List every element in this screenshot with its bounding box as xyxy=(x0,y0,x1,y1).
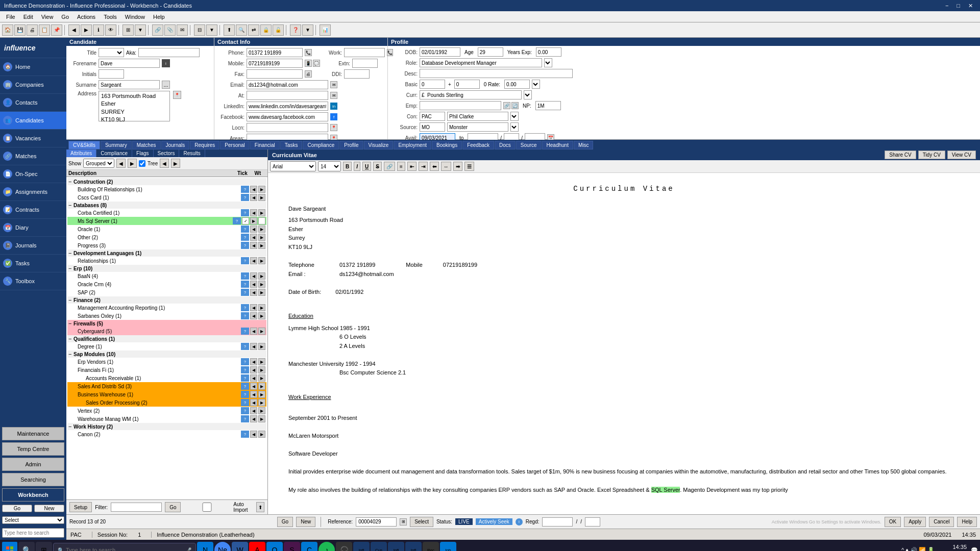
task-custom-icon[interactable]: Cus xyxy=(371,542,387,551)
expand-work-hist[interactable]: − xyxy=(68,423,74,430)
arr-right-16[interactable]: ▶ xyxy=(258,358,265,365)
bullet-btn[interactable]: ≡ xyxy=(397,162,405,171)
task-adobe-icon[interactable]: A xyxy=(249,542,265,551)
tree-next-btn[interactable]: ▶ xyxy=(171,159,180,168)
arr-right-15[interactable]: ▶ xyxy=(258,343,265,350)
curr-input[interactable] xyxy=(420,90,522,99)
font-select[interactable]: Arial xyxy=(270,161,316,171)
tb-attach-icon[interactable]: 📎 xyxy=(164,24,176,36)
link-btn[interactable]: 🔗 xyxy=(384,162,395,171)
work-input[interactable] xyxy=(344,48,385,57)
import-icon[interactable]: ⬆ xyxy=(256,502,264,512)
arr-right-24[interactable]: ▶ xyxy=(258,431,265,438)
rate-input[interactable] xyxy=(504,80,530,89)
menu-help[interactable]: Help xyxy=(149,13,169,21)
q-btn-12[interactable]: ? xyxy=(241,304,249,311)
map-icon[interactable]: 📍 xyxy=(173,91,181,99)
task-word-icon[interactable]: W xyxy=(232,542,248,551)
basic-input[interactable] xyxy=(420,80,445,89)
sidebar-item-vacancies[interactable]: 📋 Vacancies xyxy=(0,130,66,147)
tidy-cv-btn[interactable]: Tidy CV xyxy=(918,151,945,159)
align-left-btn[interactable]: ⬅ xyxy=(430,162,439,171)
share-cv-btn[interactable]: Share CV xyxy=(885,151,916,159)
q-btn-3[interactable]: ? xyxy=(241,209,249,216)
tb-link-icon[interactable]: 🔗 xyxy=(152,24,163,36)
task-task-view-icon[interactable]: ⊞ xyxy=(36,542,52,551)
aka-input[interactable] xyxy=(138,48,200,57)
arr-right-13[interactable]: ▶ xyxy=(258,312,265,319)
extn-input[interactable] xyxy=(352,59,378,68)
arr-left-22[interactable]: ◀ xyxy=(250,407,257,414)
tree-prev-btn[interactable]: ◀ xyxy=(160,159,169,168)
q-btn-20[interactable]: ? xyxy=(241,391,249,398)
tb-drop2-icon[interactable]: ▼ xyxy=(302,24,313,36)
sidebar-item-tasks[interactable]: ✅ Tasks xyxy=(0,255,66,272)
ref-input[interactable] xyxy=(356,517,397,527)
q-btn-18[interactable]: ? xyxy=(241,374,249,382)
attr-tab-compliance[interactable]: Compliance xyxy=(96,149,132,157)
con-name-input[interactable] xyxy=(447,112,508,121)
arr-left-24[interactable]: ◀ xyxy=(250,431,257,438)
menu-actions[interactable]: Actions xyxy=(73,13,100,21)
arr-left-21[interactable]: ◀ xyxy=(250,399,257,406)
facebook-input[interactable] xyxy=(247,112,328,121)
outdent-btn[interactable]: ⇤ xyxy=(407,162,416,171)
phone-icon[interactable]: 📞 xyxy=(305,49,312,56)
expand-construction[interactable]: − xyxy=(68,179,74,185)
mobile-icon[interactable]: 📱 xyxy=(305,60,312,67)
q-btn-17[interactable]: ? xyxy=(241,366,249,373)
searching-btn[interactable]: Searching xyxy=(2,473,64,486)
role-select[interactable] xyxy=(544,58,552,67)
regd-input[interactable] xyxy=(542,517,573,527)
tab-requires[interactable]: Requires xyxy=(190,141,219,149)
q-btn-24[interactable]: ? xyxy=(241,431,249,438)
sidebar-search-input[interactable] xyxy=(2,528,64,538)
address-box[interactable]: 163 Portsmouth Road Esher SURREY KT10 9L… xyxy=(99,91,170,121)
at-input[interactable] xyxy=(247,91,328,100)
tb-email-icon[interactable]: ✉ xyxy=(177,24,188,36)
years-exp-input[interactable] xyxy=(536,47,561,57)
rate-select[interactable] xyxy=(532,80,540,89)
show-select[interactable]: Grouped xyxy=(83,159,114,168)
arr-right-10[interactable]: ▶ xyxy=(258,281,265,288)
arr-left-10[interactable]: ◀ xyxy=(250,281,257,288)
arr-left-11[interactable]: ◀ xyxy=(250,289,257,296)
maximize-btn[interactable]: □ xyxy=(953,3,963,9)
menu-view[interactable]: View xyxy=(37,13,58,21)
q-btn-6[interactable]: ? xyxy=(241,234,249,241)
tb-table-icon[interactable]: ⊟ xyxy=(194,24,205,36)
menu-file[interactable]: File xyxy=(2,13,19,21)
apply-btn[interactable]: Apply xyxy=(904,517,926,527)
task-outlook-icon[interactable]: O xyxy=(266,542,283,551)
arr-right-18[interactable]: ▶ xyxy=(258,374,265,382)
q-btn-22[interactable]: ? xyxy=(241,407,249,414)
tab-matches[interactable]: Matches xyxy=(132,141,161,149)
select-btn[interactable]: Select xyxy=(410,517,433,527)
indent-btn[interactable]: ⇥ xyxy=(419,162,428,171)
underline-btn[interactable]: U xyxy=(362,162,371,171)
next-btn[interactable]: ▶ xyxy=(128,159,137,168)
view-cv-btn[interactable]: View CV xyxy=(947,151,976,159)
q-btn-1[interactable]: ? xyxy=(241,186,249,193)
emp-input[interactable] xyxy=(420,101,501,110)
q-btn-7[interactable]: ? xyxy=(241,242,249,249)
sidebar-item-contracts[interactable]: 📝 Contracts xyxy=(0,201,66,219)
tb-layout-icon[interactable]: ⊞ xyxy=(122,24,134,36)
task-influence3-icon[interactable]: Infl xyxy=(405,542,422,551)
temp-centre-btn[interactable]: Temp Centre xyxy=(2,442,64,456)
title-select[interactable] xyxy=(99,48,124,57)
tab-financial[interactable]: Financial xyxy=(250,141,280,149)
menu-go[interactable]: Go xyxy=(57,13,73,21)
arr-right-3[interactable]: ▶ xyxy=(258,209,265,216)
tb-table2-icon[interactable]: ▼ xyxy=(206,24,217,36)
q-btn-19[interactable]: ? xyxy=(241,383,249,390)
surname-input[interactable] xyxy=(99,80,160,89)
arr-left-19[interactable]: ◀ xyxy=(250,383,257,390)
new-rec-btn[interactable]: New xyxy=(296,517,315,527)
tb-copy-icon[interactable]: 📋 xyxy=(39,24,50,36)
select-dropdown[interactable]: Select xyxy=(2,516,64,524)
sidebar-item-diary[interactable]: 📅 Diary xyxy=(0,219,66,237)
align-center-btn[interactable]: ↔ xyxy=(441,162,451,171)
con-select[interactable] xyxy=(510,112,519,121)
tb-help-icon[interactable]: ❓ xyxy=(290,24,301,36)
